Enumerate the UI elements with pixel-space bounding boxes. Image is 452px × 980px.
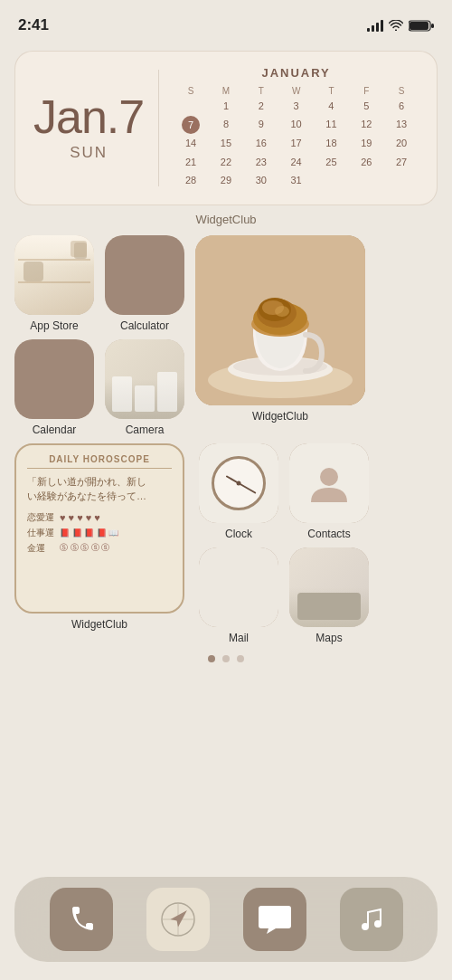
svg-point-19 <box>362 923 369 930</box>
horoscope-label-money: 金運 <box>27 542 54 555</box>
dock-item-music[interactable] <box>340 888 403 951</box>
app-item-mail[interactable]: Mail <box>199 547 278 644</box>
horoscope-title: DAILY HOROSCOPE <box>27 454 172 469</box>
clock-face <box>212 456 266 510</box>
wifi-icon <box>389 20 403 31</box>
contacts-label: Contacts <box>307 528 350 540</box>
app-section: App Store Calculator Calendar <box>0 226 452 644</box>
camera-item-2 <box>135 385 155 412</box>
appstore-icon-bg <box>14 235 94 315</box>
day-header-t1: T <box>244 85 278 97</box>
app-item-clock[interactable]: Clock <box>199 443 278 540</box>
app-item-horoscope[interactable]: DAILY HOROSCOPE 「新しい道が開かれ、新しい経験があなたを待って…… <box>14 443 184 631</box>
calculator-icon[interactable] <box>105 235 184 315</box>
camera-item-1 <box>112 376 132 412</box>
dock-item-messages[interactable] <box>243 888 306 951</box>
mail-icon-wrap[interactable] <box>199 547 278 627</box>
maps-table-obj <box>297 593 361 620</box>
day-header-t2: T <box>315 85 349 97</box>
cal-day-e1 <box>315 172 349 189</box>
cal-day: SUN <box>70 144 108 162</box>
appstore-label: App Store <box>30 319 78 332</box>
cal-day-10: 10 <box>279 116 314 134</box>
camera-icon[interactable] <box>105 339 184 419</box>
day-header-s2: S <box>384 85 419 97</box>
day-header-m: M <box>209 85 243 97</box>
horoscope-label-work: 仕事運 <box>27 527 54 539</box>
cal-day-15: 15 <box>209 135 243 152</box>
app-item-contacts[interactable]: Contacts <box>289 443 369 540</box>
clock-center-dot <box>237 480 241 485</box>
calendar-icon[interactable] <box>14 339 94 419</box>
svg-point-12 <box>275 306 289 317</box>
camera-items <box>112 367 177 411</box>
cal-left: Jan.7 SUN <box>33 66 144 190</box>
app-row-1: App Store Calculator Calendar <box>14 235 438 436</box>
cal-day-30: 30 <box>244 172 278 189</box>
horoscope-icons-love: ♥ ♥ ♥ ♥ ♥ <box>60 512 100 523</box>
horoscope-icons-work: 📕 📕 📕 📕 📖 <box>60 528 118 538</box>
coffee-svg <box>195 235 365 405</box>
cal-date: Jan.7 <box>33 93 144 140</box>
status-icons <box>367 19 434 32</box>
contacts-icon-bg <box>289 443 369 523</box>
app-subrow-2: Calendar Camera <box>14 339 184 436</box>
mail-label: Mail <box>229 632 249 644</box>
music-icon <box>355 903 388 936</box>
cal-divider <box>158 70 159 186</box>
horoscope-app-label: WidgetClub <box>71 618 127 631</box>
cal-day-23: 23 <box>244 154 278 171</box>
horoscope-label-love: 恋愛運 <box>27 511 54 524</box>
cal-day-18: 18 <box>315 135 349 152</box>
dock <box>14 877 438 962</box>
clock-icon-wrap[interactable] <box>199 443 278 523</box>
cal-day-13: 13 <box>384 116 419 134</box>
signal-icon <box>367 19 383 32</box>
day-header-w: W <box>279 85 314 97</box>
page-dot-1 <box>208 655 215 662</box>
shelf-line-2 <box>18 259 90 261</box>
clock-icon-bg <box>199 443 278 523</box>
app-subrow-1: App Store Calculator <box>14 235 184 332</box>
page-indicator <box>0 655 452 662</box>
svg-rect-1 <box>410 22 428 30</box>
cal-day-empty <box>174 98 208 115</box>
app-item-calculator[interactable]: Calculator <box>105 235 184 332</box>
contacts-icon-wrap[interactable] <box>289 443 369 523</box>
app-item-calendar[interactable]: Calendar <box>14 339 94 436</box>
app-item-widgetclub-photo[interactable]: WidgetClub <box>195 235 365 423</box>
horoscope-widget[interactable]: DAILY HOROSCOPE 「新しい道が開かれ、新しい経験があなたを待って…… <box>14 443 184 614</box>
status-time: 2:41 <box>18 16 49 34</box>
widgetclub-photo-label: WidgetClub <box>252 410 308 423</box>
page-dot-3 <box>237 655 244 662</box>
calendar-widget[interactable]: Jan.7 SUN JANUARY S M T W T F S 1 2 3 4 … <box>14 51 438 205</box>
camera-item-3 <box>157 372 177 412</box>
dock-item-safari[interactable] <box>146 888 210 951</box>
maps-label: Maps <box>315 632 342 644</box>
widgetclub-photo-icon[interactable] <box>195 235 365 405</box>
app-item-camera[interactable]: Camera <box>105 339 184 436</box>
clock-label: Clock <box>225 528 252 540</box>
day-header-f: F <box>349 85 383 97</box>
camera-label: Camera <box>126 423 165 436</box>
cal-day-9: 9 <box>244 116 278 134</box>
svg-point-13 <box>320 468 338 486</box>
app-subrow-clock: Clock Contacts <box>199 443 369 540</box>
cal-day-19: 19 <box>349 135 383 152</box>
app-item-maps[interactable]: Maps <box>289 547 369 644</box>
cal-day-4: 4 <box>315 98 349 115</box>
cal-day-8: 8 <box>209 116 243 134</box>
horoscope-row-love: 恋愛運 ♥ ♥ ♥ ♥ ♥ <box>27 511 172 524</box>
cal-day-17: 17 <box>279 135 314 152</box>
appstore-icon[interactable] <box>14 235 94 315</box>
calculator-label: Calculator <box>120 319 169 332</box>
app-item-appstore[interactable]: App Store <box>14 235 94 332</box>
dock-item-phone[interactable] <box>50 888 113 951</box>
cal-month: JANUARY <box>174 66 419 80</box>
cal-grid-container: JANUARY S M T W T F S 1 2 3 4 5 6 7 8 9 … <box>174 66 419 190</box>
messages-icon <box>258 902 292 937</box>
phone-icon <box>65 903 98 936</box>
cal-day-e3 <box>384 172 419 189</box>
maps-icon-wrap[interactable] <box>289 547 369 627</box>
cal-day-1: 1 <box>209 98 243 115</box>
